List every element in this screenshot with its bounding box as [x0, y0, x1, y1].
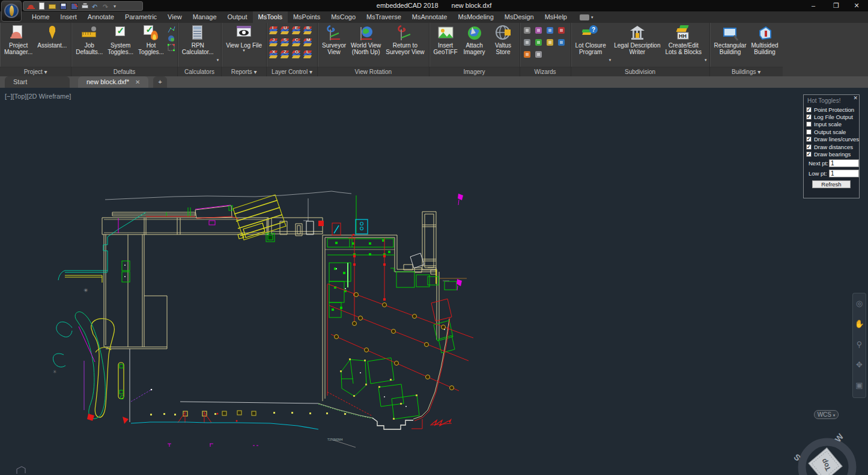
- wizard-icon-5[interactable]: [534, 37, 544, 47]
- tab-mshelp[interactable]: MsHelp: [539, 11, 572, 23]
- tab-view[interactable]: View: [162, 11, 187, 23]
- wizard-icon-4[interactable]: [523, 37, 532, 47]
- ribbon-display-icon[interactable]: [580, 14, 589, 20]
- zoom-icon[interactable]: ⚲: [853, 334, 866, 355]
- assistant-button[interactable]: Assistant...: [35, 24, 68, 49]
- group-label-wizards[interactable]: Wizards: [520, 67, 571, 76]
- group-label-layer-control[interactable]: Layer Control ▾: [267, 67, 317, 76]
- toggle-draw-distances[interactable]: ✓Draw distances: [804, 143, 859, 150]
- create-edit-lots-caret-icon[interactable]: ▾: [705, 58, 707, 67]
- new-tab-button[interactable]: +: [153, 76, 166, 88]
- multisided-building-button[interactable]: Multisided Building: [750, 24, 780, 56]
- rpn-calculator-caret-icon[interactable]: ▾: [217, 58, 219, 67]
- lot-closure-caret-icon[interactable]: ▾: [609, 58, 612, 67]
- application-menu-button[interactable]: [1, 1, 22, 22]
- polyline-defaults-icon[interactable]: [167, 25, 175, 32]
- viewport-controls[interactable]: [−][Top][2D Wireframe]: [5, 93, 71, 100]
- tab-output[interactable]: Output: [222, 11, 253, 23]
- refresh-button[interactable]: Refresh: [812, 180, 851, 188]
- project-manager-button[interactable]: Project Manager...: [2, 24, 34, 56]
- layer-control-icon-m[interactable]: M: [303, 37, 313, 47]
- group-label-calculators[interactable]: Calculators: [178, 67, 221, 76]
- create-edit-lots-button[interactable]: HH Create/Edit Lots & Blocks: [663, 24, 703, 56]
- wizard-icon-8[interactable]: [523, 49, 532, 59]
- showmotion-icon[interactable]: ▣: [853, 375, 866, 396]
- tab-close-icon[interactable]: ✕: [135, 79, 140, 85]
- pan-icon[interactable]: ✋: [853, 314, 866, 334]
- tab-msdesign[interactable]: MsDesign: [499, 11, 539, 23]
- tab-start[interactable]: Start: [5, 76, 70, 88]
- rectangular-building-button[interactable]: Rectangular Building: [712, 24, 748, 56]
- full-navigation-wheel-icon[interactable]: ◎: [853, 293, 866, 314]
- system-toggles-button[interactable]: System Toggles...: [106, 24, 135, 56]
- layer-control-icon-x[interactable]: X: [269, 49, 279, 59]
- layer-control-icon-j[interactable]: J: [269, 37, 279, 47]
- tab-msannotate[interactable]: MsAnnotate: [407, 11, 453, 23]
- tab-annotate[interactable]: Annotate: [82, 11, 120, 23]
- group-label-subdivision[interactable]: Subdivision: [571, 67, 709, 76]
- save-as-icon[interactable]: [70, 2, 78, 10]
- undo-icon[interactable]: ↶: [92, 2, 100, 10]
- new-file-icon[interactable]: [38, 2, 46, 10]
- save-icon[interactable]: [59, 2, 67, 10]
- layer-control-icon-b[interactable]: B: [303, 25, 313, 35]
- layer-control-icon-e[interactable]: E: [292, 25, 302, 35]
- layer-control-icon-i[interactable]: I: [269, 25, 279, 35]
- layer-control-icon-u[interactable]: U: [281, 25, 290, 35]
- group-label-reports[interactable]: Reports ▾: [222, 67, 266, 76]
- group-label-defaults[interactable]: Defaults: [71, 67, 177, 76]
- toggle-input-scale[interactable]: Input scale: [804, 121, 859, 128]
- toggle-output-scale[interactable]: Output scale: [804, 128, 859, 135]
- group-label-project[interactable]: Project ▾: [0, 67, 71, 76]
- wizard-icon-3[interactable]: [557, 25, 566, 35]
- node-defaults-icon[interactable]: [167, 43, 175, 51]
- tab-mscogo[interactable]: MsCogo: [326, 11, 361, 23]
- sphere-defaults-icon[interactable]: [167, 34, 175, 41]
- toggle-point-protection[interactable]: ✓Point Protection: [804, 106, 859, 113]
- tab-mstraverse[interactable]: MsTraverse: [361, 11, 407, 23]
- wizard-icon-1[interactable]: [534, 25, 544, 35]
- tab-insert[interactable]: Insert: [55, 11, 82, 23]
- plot-icon[interactable]: [81, 2, 89, 10]
- redo-icon[interactable]: ↷: [103, 2, 111, 10]
- tab-msmodeling[interactable]: MsModeling: [452, 11, 499, 23]
- legal-description-button[interactable]: Legal Description Writer: [612, 24, 662, 56]
- close-button[interactable]: ✕: [848, 0, 866, 11]
- surveyor-view-button[interactable]: Surveyor View: [320, 24, 348, 56]
- tab-home[interactable]: Home: [26, 11, 55, 23]
- hot-toggles-button[interactable]: Hot Toggles...: [136, 24, 166, 56]
- wcs-dropdown[interactable]: WCS ▾: [814, 410, 839, 419]
- wizard-icon-9[interactable]: [534, 49, 544, 59]
- viewcube[interactable]: W S Top: [787, 424, 868, 475]
- lot-closure-button[interactable]: ? Lot Closure Program: [574, 24, 608, 56]
- drawing-canvas[interactable]: ✳ ✳ T3T3M3M4: [0, 88, 868, 475]
- view-log-file-button[interactable]: View Log File ▾: [224, 24, 264, 53]
- ribbon-display-caret-icon[interactable]: ▾: [591, 16, 593, 19]
- maximize-button[interactable]: ❐: [827, 0, 845, 11]
- next-pt-input[interactable]: [829, 159, 859, 167]
- layer-control-icon-c[interactable]: C: [292, 37, 302, 47]
- group-label-buildings[interactable]: Buildings ▾: [710, 67, 783, 76]
- layer-control-icon-z[interactable]: Z: [281, 49, 290, 59]
- attach-imagery-button[interactable]: Attach Imagery: [461, 24, 488, 56]
- valtus-store-button[interactable]: Valtus Store: [490, 24, 517, 56]
- minimize-button[interactable]: –: [804, 0, 822, 11]
- toggle-draw-lines-curves[interactable]: ✓Draw lines/curves: [804, 136, 859, 143]
- tab-mspoints[interactable]: MsPoints: [288, 11, 326, 23]
- return-surveyor-view-button[interactable]: Return to Surveyor View: [384, 24, 426, 56]
- group-label-imagery[interactable]: Imagery: [429, 67, 520, 76]
- orbit-icon[interactable]: ✥: [853, 355, 866, 375]
- tab-manage[interactable]: Manage: [187, 11, 222, 23]
- open-file-icon[interactable]: [49, 2, 56, 10]
- low-pt-input[interactable]: [829, 170, 859, 177]
- tab-parametric[interactable]: Parametric: [120, 11, 162, 23]
- toggle-draw-bearings[interactable]: ✓Draw bearings: [804, 150, 859, 158]
- rpn-calculator-button[interactable]: RPN Calculator...: [180, 24, 216, 56]
- palette-close-icon[interactable]: ✕: [853, 95, 858, 101]
- wizard-icon-7[interactable]: [557, 37, 566, 47]
- view-log-file-caret-icon[interactable]: ▾: [243, 49, 245, 52]
- wizard-icon-2[interactable]: [545, 25, 555, 35]
- insert-geotiff-button[interactable]: Insert GeoTIFF: [432, 24, 460, 56]
- qat-overflow-icon[interactable]: ▾: [114, 4, 116, 9]
- layer-control-icon-s[interactable]: S: [281, 37, 290, 47]
